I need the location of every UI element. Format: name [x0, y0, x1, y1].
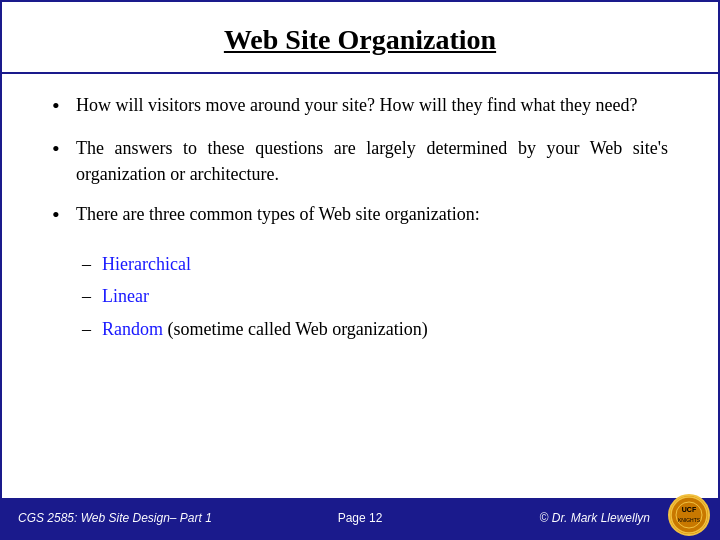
footer-left: CGS 2585: Web Site Design– Part 1: [18, 511, 212, 525]
bullet-item-2: • The answers to these questions are lar…: [52, 135, 668, 187]
bullet-text-1: How will visitors move around your site?…: [76, 92, 668, 118]
bullet-text-2: The answers to these questions are large…: [76, 135, 668, 187]
sub-text-1: Hierarchical: [102, 251, 668, 277]
slide: Web Site Organization • How will visitor…: [0, 0, 720, 540]
sub-label-1: Hierarchical: [102, 254, 191, 274]
slide-title: Web Site Organization: [2, 2, 718, 74]
sub-text-3: Random (sometime called Web organization…: [102, 316, 668, 342]
footer: CGS 2585: Web Site Design– Part 1 Page 1…: [2, 498, 718, 538]
sub-dash-2: –: [82, 283, 102, 309]
bullet-item-1: • How will visitors move around your sit…: [52, 92, 668, 121]
ucf-logo: UCF KNIGHTS: [668, 494, 710, 536]
bullet-text-3: There are three common types of Web site…: [76, 201, 668, 227]
footer-right: © Dr. Mark Llewellyn: [540, 511, 650, 525]
bullet-item-3: • There are three common types of Web si…: [52, 201, 668, 230]
sub-rest-3: (sometime called Web organization): [163, 319, 428, 339]
sub-bullets: – Hierarchical – Linear – Random (someti…: [82, 251, 668, 341]
bullet-dot-2: •: [52, 135, 76, 164]
sub-dash-3: –: [82, 316, 102, 342]
sub-bullet-2: – Linear: [82, 283, 668, 309]
svg-text:UCF: UCF: [682, 506, 697, 513]
sub-bullet-3: – Random (sometime called Web organizati…: [82, 316, 668, 342]
sub-label-2: Linear: [102, 286, 149, 306]
sub-dash-1: –: [82, 251, 102, 277]
sub-bullet-1: – Hierarchical: [82, 251, 668, 277]
sub-text-2: Linear: [102, 283, 668, 309]
svg-text:KNIGHTS: KNIGHTS: [678, 517, 701, 523]
slide-content: • How will visitors move around your sit…: [2, 74, 718, 498]
sub-label-3: Random: [102, 319, 163, 339]
footer-center: Page 12: [338, 511, 383, 525]
bullet-dot-3: •: [52, 201, 76, 230]
bullet-dot-1: •: [52, 92, 76, 121]
